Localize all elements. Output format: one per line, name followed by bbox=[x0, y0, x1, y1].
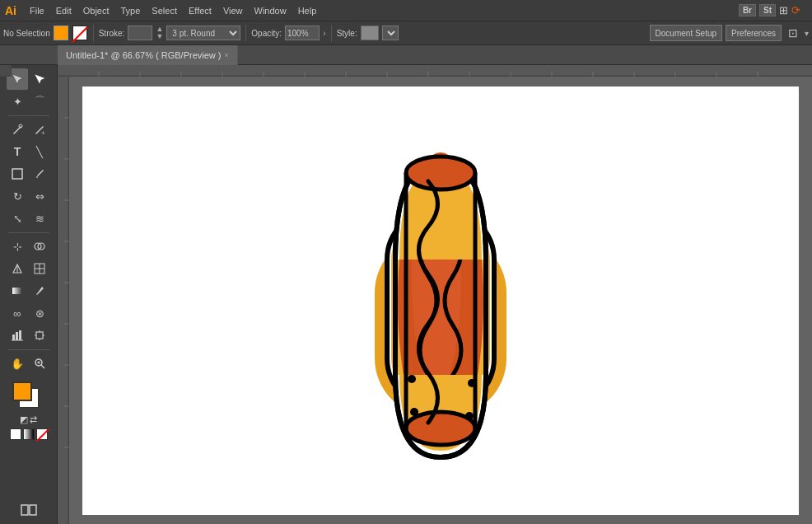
direct-select-tool[interactable] bbox=[29, 68, 50, 90]
svg-line-20 bbox=[41, 365, 44, 368]
tool-row-10 bbox=[7, 280, 50, 302]
menu-select[interactable]: Select bbox=[147, 4, 182, 17]
stroke-swatch[interactable] bbox=[72, 25, 88, 41]
symbol-sprayer-tool[interactable]: ⊛ bbox=[29, 302, 50, 324]
main-area: ✦ ⌒ + T ╲ bbox=[0, 65, 812, 524]
default-colors-icon[interactable]: ◩ bbox=[20, 414, 28, 425]
reflect-tool[interactable]: ⇔ bbox=[29, 185, 50, 207]
stroke-weight-input[interactable] bbox=[128, 26, 152, 40]
blend-tool[interactable]: ∞ bbox=[7, 302, 28, 324]
left-toolbar: ✦ ⌒ + T ╲ bbox=[0, 65, 58, 524]
warp-tool[interactable]: ≋ bbox=[29, 208, 50, 229]
selection-display: No Selection bbox=[3, 29, 50, 38]
svg-rect-24 bbox=[30, 505, 36, 515]
ai-logo: Ai bbox=[5, 4, 16, 17]
sync-icon[interactable]: ⟳ bbox=[791, 4, 800, 16]
eyedropper-tool[interactable] bbox=[29, 280, 50, 302]
zoom-tool[interactable] bbox=[29, 353, 50, 374]
svg-point-70 bbox=[406, 157, 475, 189]
svg-point-77 bbox=[465, 412, 474, 420]
svg-rect-10 bbox=[12, 335, 15, 340]
color-mode-icons bbox=[10, 428, 48, 440]
stroke-type-select[interactable]: 3 pt. Round bbox=[166, 26, 240, 40]
workspace-icon[interactable]: ⊞ bbox=[779, 4, 788, 16]
line-tool[interactable]: ╲ bbox=[29, 141, 50, 162]
color-boxes bbox=[12, 381, 45, 411]
mesh-tool[interactable] bbox=[29, 258, 50, 279]
svg-text:+: + bbox=[41, 129, 45, 136]
tab-close-button[interactable]: × bbox=[225, 51, 229, 59]
none-mode-icon[interactable] bbox=[36, 428, 48, 440]
menu-bar: Ai File Edit Object Type Select Effect V… bbox=[0, 0, 812, 21]
menu-view[interactable]: View bbox=[218, 4, 248, 17]
horizontal-ruler bbox=[58, 65, 812, 77]
stroke-weight-arrows[interactable]: ▲▼ bbox=[156, 26, 163, 40]
tool-sep-3 bbox=[8, 349, 49, 350]
tool-row-12 bbox=[7, 325, 50, 346]
tool-row-1 bbox=[7, 68, 50, 90]
document-tab[interactable]: Untitled-1* @ 66.67% ( RGB/Preview ) × bbox=[58, 45, 238, 65]
divider-3 bbox=[331, 25, 332, 41]
tool-row-4: T ╲ bbox=[7, 141, 50, 162]
tool-row-5 bbox=[7, 163, 50, 185]
color-mode-icon[interactable] bbox=[10, 428, 21, 440]
stock-icon[interactable]: St bbox=[759, 4, 776, 16]
svg-rect-23 bbox=[21, 505, 28, 515]
shape-builder-tool[interactable] bbox=[29, 236, 50, 257]
style-select[interactable]: ▾ bbox=[382, 26, 399, 40]
artboard-nav-icon[interactable] bbox=[18, 499, 40, 521]
hand-tool[interactable]: ✋ bbox=[7, 353, 28, 374]
gradient-mode-icon[interactable] bbox=[23, 428, 35, 440]
fill-color-box[interactable] bbox=[12, 381, 32, 401]
free-transform-tool[interactable]: ⊹ bbox=[7, 236, 28, 257]
artboard-tool[interactable] bbox=[29, 325, 50, 346]
menu-edit[interactable]: Edit bbox=[51, 4, 77, 17]
paintbrush-tool[interactable] bbox=[29, 163, 50, 185]
svg-point-74 bbox=[408, 375, 416, 383]
svg-point-75 bbox=[468, 379, 476, 387]
arrange-arrow-icon[interactable]: ▾ bbox=[805, 29, 809, 38]
gradient-tool[interactable] bbox=[7, 280, 28, 302]
lasso-tool[interactable]: ⌒ bbox=[29, 91, 50, 112]
color-controls: ◩ ⇄ bbox=[20, 414, 37, 425]
tool-row-11: ∞ ⊛ bbox=[7, 302, 50, 324]
svg-rect-11 bbox=[16, 332, 18, 340]
style-label: Style: bbox=[337, 29, 357, 38]
opacity-input[interactable] bbox=[285, 26, 320, 40]
bridge-icon[interactable]: Br bbox=[739, 4, 756, 16]
opacity-label: Opacity: bbox=[251, 29, 282, 38]
tool-row-2: ✦ ⌒ bbox=[7, 91, 50, 112]
tool-row-8: ⊹ bbox=[7, 236, 50, 257]
hotdog-illustration bbox=[350, 128, 531, 474]
rectangle-tool[interactable] bbox=[7, 163, 28, 185]
type-tool[interactable]: T bbox=[7, 141, 28, 162]
canvas-area[interactable] bbox=[58, 65, 812, 524]
menu-object[interactable]: Object bbox=[78, 4, 114, 17]
tool-row-13: ✋ bbox=[7, 353, 50, 374]
tab-title: Untitled-1* @ 66.67% ( RGB/Preview ) bbox=[66, 50, 222, 60]
document-setup-button[interactable]: Document Setup bbox=[650, 25, 723, 41]
pen-tool[interactable] bbox=[7, 119, 28, 140]
scale-tool[interactable]: ⤡ bbox=[7, 208, 28, 229]
magic-wand-tool[interactable]: ✦ bbox=[7, 91, 28, 112]
menu-help[interactable]: Help bbox=[293, 4, 322, 17]
menu-window[interactable]: Window bbox=[250, 4, 292, 17]
menu-type[interactable]: Type bbox=[116, 4, 146, 17]
menu-file[interactable]: File bbox=[25, 4, 49, 17]
divider-2 bbox=[245, 25, 246, 41]
column-graph-tool[interactable] bbox=[7, 325, 28, 346]
svg-rect-14 bbox=[36, 332, 43, 339]
color-section: ◩ ⇄ bbox=[10, 378, 48, 440]
menu-effect[interactable]: Effect bbox=[184, 4, 217, 17]
perspective-grid-tool[interactable] bbox=[7, 258, 28, 279]
preferences-button[interactable]: Preferences bbox=[726, 25, 782, 41]
swap-colors-icon[interactable]: ⇄ bbox=[30, 414, 37, 425]
arrange-icon[interactable]: ⊡ bbox=[788, 26, 798, 40]
stroke-label: Stroke: bbox=[99, 29, 125, 38]
opacity-arrow[interactable]: › bbox=[323, 28, 326, 38]
style-swatch[interactable] bbox=[361, 26, 379, 40]
add-anchor-tool[interactable]: + bbox=[29, 119, 50, 140]
fill-swatch[interactable] bbox=[54, 26, 68, 40]
svg-rect-12 bbox=[19, 330, 21, 340]
rotate-tool[interactable]: ↻ bbox=[7, 185, 28, 207]
